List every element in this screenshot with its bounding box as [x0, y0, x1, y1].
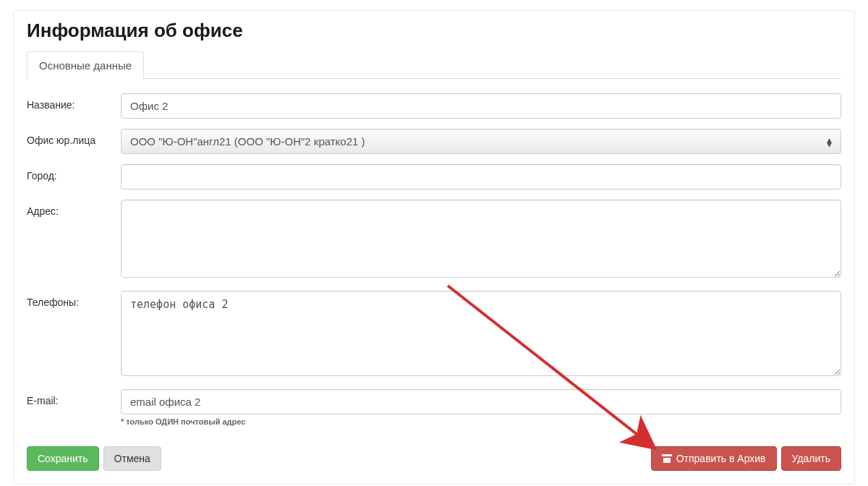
label-address: Адрес:	[27, 200, 121, 217]
label-name: Название:	[27, 93, 121, 111]
row-name: Название:	[27, 93, 841, 119]
select-legal-entity[interactable]: ООО "Ю-ОН"англ21 (ООО "Ю-ОН"2 кратко21 )…	[121, 129, 841, 154]
row-phones: Телефоны:	[27, 291, 841, 379]
row-email: E-mail: * только ОДИН почтовый адрес	[27, 389, 841, 426]
input-email[interactable]	[121, 389, 841, 414]
save-button[interactable]: Сохранить	[27, 446, 99, 471]
office-info-panel: Информация об офисе Основные данные Назв…	[13, 10, 855, 485]
email-helper-text: * только ОДИН почтовый адрес	[121, 417, 841, 426]
select-legal-entity-value: ООО "Ю-ОН"англ21 (ООО "Ю-ОН"2 кратко21 )	[130, 135, 365, 148]
row-legal-entity: Офис юр.лица ООО "Ю-ОН"англ21 (ООО "Ю-ОН…	[27, 129, 841, 154]
actions-bar: Сохранить Отмена Отправить в Архив Удали…	[27, 446, 841, 471]
archive-button-label: Отправить в Архив	[676, 453, 766, 464]
label-phones: Телефоны:	[27, 291, 121, 308]
delete-button[interactable]: Удалить	[781, 446, 841, 471]
archive-icon	[662, 454, 672, 463]
row-address: Адрес:	[27, 200, 841, 281]
input-city[interactable]	[121, 164, 841, 189]
textarea-phones[interactable]	[121, 291, 841, 376]
cancel-button[interactable]: Отмена	[103, 446, 161, 471]
tab-main-data[interactable]: Основные данные	[27, 51, 144, 79]
label-email: E-mail:	[27, 389, 121, 406]
chevron-updown-icon: ▴▾	[827, 137, 832, 146]
textarea-address[interactable]	[121, 200, 841, 278]
input-name[interactable]	[121, 93, 841, 119]
page-title: Информация об офисе	[27, 20, 841, 42]
label-legal-entity: Офис юр.лица	[27, 129, 121, 146]
tabs: Основные данные	[27, 51, 841, 79]
label-city: Город:	[27, 164, 121, 182]
archive-button[interactable]: Отправить в Архив	[651, 446, 777, 471]
row-city: Город:	[27, 164, 841, 189]
